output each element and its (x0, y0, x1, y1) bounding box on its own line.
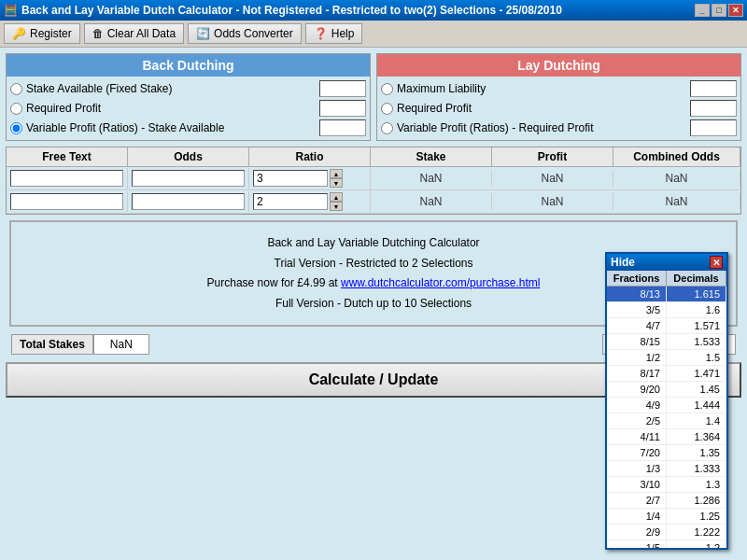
back-option-2: Required Profit 20 (10, 100, 366, 117)
popup-row[interactable]: 8/171.471 (607, 366, 726, 382)
popup-row[interactable]: 8/131.615 (607, 287, 726, 302)
lay-profit-radio[interactable] (381, 103, 393, 115)
popup-row[interactable]: 2/51.4 (607, 413, 726, 429)
help-button[interactable]: ❓ Help (305, 23, 363, 44)
back-profit-label[interactable]: Required Profit (10, 102, 316, 115)
popup-close-button[interactable]: ✕ (710, 256, 723, 269)
back-variable-input[interactable]: 10 (319, 119, 366, 136)
popup-row[interactable]: 4/71.571 (607, 318, 726, 334)
row1-odds-input[interactable] (132, 170, 245, 187)
back-variable-label[interactable]: Variable Profit (Ratios) - Stake Availab… (10, 121, 316, 134)
row1-freetext-cell (7, 168, 128, 189)
popup-decimal-cell: 1.25 (667, 509, 726, 524)
header-profit: Profit (492, 147, 613, 166)
popup-decimal-cell: 1.6 (667, 302, 726, 317)
lay-liability-input[interactable]: 10 (690, 80, 737, 97)
converter-icon: 🔄 (196, 27, 210, 40)
popup-row[interactable]: 1/41.25 (607, 509, 726, 525)
popup-decimal-cell: 1.222 (667, 525, 726, 539)
row2-stake-cell: NaN (371, 193, 492, 210)
lay-variable-radio[interactable] (381, 122, 393, 134)
popup-decimal-cell: 1.35 (667, 445, 726, 460)
popup-row[interactable]: 3/101.3 (607, 477, 726, 493)
header-combodds: Combined Odds (613, 147, 740, 166)
row2-freetext-input[interactable] (10, 193, 123, 210)
lay-profit-label[interactable]: Required Profit (381, 102, 686, 115)
back-stake-label[interactable]: Stake Available (Fixed Stake) (10, 82, 316, 95)
popup-body[interactable]: 8/131.6153/51.64/71.5718/151.5331/21.58/… (607, 287, 726, 548)
lay-panel-header: Lay Dutching (377, 54, 740, 77)
header-ratio: Ratio (249, 147, 371, 166)
popup-fraction-cell: 9/20 (607, 382, 667, 397)
lay-dutching-panel: Lay Dutching Maximum Liability 10 Requir… (376, 53, 741, 141)
back-variable-radio[interactable] (10, 122, 22, 134)
popup-fractions-header: Fractions (607, 271, 667, 286)
maximize-button[interactable]: □ (712, 4, 726, 17)
total-stakes-value: NaN (93, 334, 149, 355)
popup-decimal-cell: 1.45 (667, 382, 726, 397)
popup-row[interactable]: 2/71.286 (607, 493, 726, 509)
minimize-button[interactable]: _ (695, 4, 710, 17)
clear-all-button[interactable]: 🗑 Clear All Data (84, 23, 184, 44)
help-icon: ❓ (314, 27, 328, 40)
popup-fraction-cell: 3/10 (607, 477, 667, 492)
lay-profit-input[interactable]: 50 (690, 100, 737, 117)
row2-odds-input[interactable] (132, 193, 245, 210)
row2-ratio-cell: 2 ▲ ▼ (249, 190, 371, 213)
popup-fraction-cell: 8/13 (607, 287, 667, 301)
popup-fraction-cell: 2/7 (607, 493, 667, 508)
popup-fraction-cell: 4/11 (607, 429, 667, 444)
back-stake-radio[interactable] (10, 83, 22, 95)
back-profit-radio[interactable] (10, 103, 22, 115)
purchase-link[interactable]: www.dutchcalculator.com/purchase.html (341, 276, 540, 289)
back-profit-input[interactable]: 20 (319, 100, 366, 117)
row2-ratio-down[interactable]: ▼ (330, 202, 343, 211)
register-button[interactable]: 🔑 Register (4, 23, 80, 44)
row1-ratio-spinner[interactable]: ▲ ▼ (330, 169, 343, 188)
lay-variable-label[interactable]: Variable Profit (Ratios) - Required Prof… (381, 121, 686, 134)
back-dutching-panel: Back Dutching Stake Available (Fixed Sta… (6, 53, 371, 141)
odds-converter-button[interactable]: 🔄 Odds Converter (188, 23, 302, 44)
lay-panel-body: Maximum Liability 10 Required Profit 50 … (377, 77, 740, 140)
row1-freetext-input[interactable] (10, 170, 123, 187)
clear-icon: 🗑 (92, 27, 104, 40)
popup-decimal-cell: 1.333 (667, 461, 726, 476)
lay-variable-input[interactable]: 10 (690, 119, 737, 136)
popup-fraction-cell: 8/15 (607, 334, 667, 349)
popup-row[interactable]: 2/91.222 (607, 525, 726, 540)
popup-fraction-cell: 4/9 (607, 398, 667, 413)
popup-row[interactable]: 4/111.364 (607, 429, 726, 445)
popup-row[interactable]: 1/31.333 (607, 461, 726, 477)
popup-row[interactable]: 7/201.35 (607, 445, 726, 461)
popup-decimal-cell: 1.5 (667, 350, 726, 365)
close-button[interactable]: ✕ (728, 4, 743, 17)
popup-decimal-cell: 1.571 (667, 318, 726, 333)
popup-decimal-cell: 1.4 (667, 413, 726, 428)
popup-row[interactable]: 1/51.2 (607, 540, 726, 548)
popup-row[interactable]: 4/91.444 (607, 398, 726, 413)
popup-fraction-cell: 1/4 (607, 509, 667, 524)
row1-ratio-up[interactable]: ▲ (330, 169, 343, 178)
title-bar-controls[interactable]: _ □ ✕ (695, 4, 743, 17)
row2-ratio-spinner[interactable]: ▲ ▼ (330, 192, 343, 211)
popup-row[interactable]: 3/51.6 (607, 302, 726, 318)
popup-row[interactable]: 9/201.45 (607, 382, 726, 398)
table-header: Free Text Odds Ratio Stake Profit Combin… (7, 147, 740, 167)
lay-liability-label[interactable]: Maximum Liability (381, 82, 686, 95)
back-stake-input[interactable]: 50 (319, 80, 366, 97)
selection-table: Free Text Odds Ratio Stake Profit Combin… (6, 147, 741, 215)
row1-ratio-down[interactable]: ▼ (330, 178, 343, 188)
title-text: Back and Lay Variable Dutch Calculator -… (21, 4, 562, 17)
row1-ratio-cell: 3 ▲ ▼ (249, 167, 371, 189)
row1-profit-cell: NaN (492, 170, 613, 187)
lay-liability-radio[interactable] (381, 83, 393, 95)
popup-row[interactable]: 8/151.533 (607, 334, 726, 350)
popup-title: Hide (611, 256, 635, 269)
lay-option-1: Maximum Liability 10 (381, 80, 737, 97)
row2-ratio-input[interactable]: 2 (253, 193, 328, 210)
row2-ratio-up[interactable]: ▲ (330, 192, 343, 202)
back-panel-header: Back Dutching (7, 54, 370, 77)
popup-row[interactable]: 1/21.5 (607, 350, 726, 366)
row1-ratio-input[interactable]: 3 (253, 170, 328, 187)
row2-combodds-cell: NaN (613, 193, 740, 210)
